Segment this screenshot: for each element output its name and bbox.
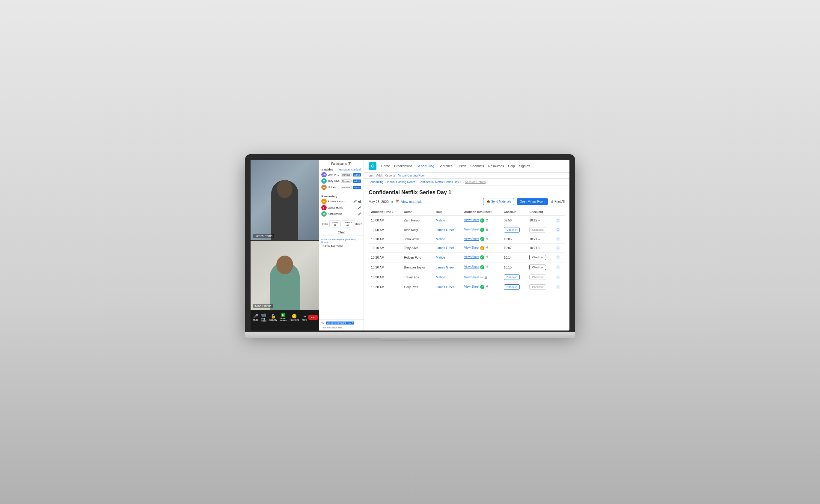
breadcrumb-session[interactable]: Session Details	[465, 180, 486, 184]
stop-video-button[interactable]: 📹 Stop Video	[260, 312, 268, 323]
reactions-button[interactable]: 😊 Reactions	[288, 313, 300, 322]
print-icon-gary[interactable]: 🖨	[485, 285, 489, 288]
remove-holden-button[interactable]: Remove	[341, 186, 352, 189]
role-link-trevar[interactable]: Matice	[436, 275, 445, 279]
in-meeting-header-row: 3 In-meeting	[321, 195, 361, 198]
remove-tony-button[interactable]: Remove	[341, 179, 352, 183]
checkout-alan: Checkout	[527, 225, 554, 235]
more-dropdown[interactable]: More ▾	[355, 223, 362, 225]
green-icon-gary[interactable]: ✓	[480, 285, 484, 289]
info-icon-brendan[interactable]: ⓘ	[556, 265, 560, 269]
edit-icon-john[interactable]: ✏	[538, 238, 541, 241]
print-icon-alan[interactable]: 🖨	[485, 227, 489, 231]
role-link-holden[interactable]: Matice	[436, 256, 445, 259]
green-icon-holden[interactable]: ✓	[480, 255, 484, 259]
view-sheet-alan[interactable]: View Sheet	[464, 228, 479, 231]
breadcrumb-virtual[interactable]: Virtual Casting Room	[387, 180, 415, 184]
share-screen-button[interactable]: ▶ Share Screen	[279, 312, 288, 322]
view-sheet-zahf[interactable]: View Sheet	[464, 218, 479, 222]
view-sheet-tony[interactable]: View Sheet	[464, 246, 479, 249]
mute-all-button[interactable]: Mute All	[329, 220, 340, 227]
view-sheet-trevar[interactable]: View Sheet	[464, 276, 479, 279]
nav-breakdowns[interactable]: Breakdowns	[394, 164, 412, 168]
print-icon-zahf[interactable]: 🖨	[485, 218, 489, 222]
view-materials-link[interactable]: 🚩 View materials	[396, 200, 422, 203]
remove-john-button[interactable]: Remove	[341, 173, 352, 176]
print-icon-trevar[interactable]: 🖨	[484, 275, 487, 279]
role-link-tony[interactable]: James Greer	[436, 246, 454, 250]
end-call-button[interactable]: End	[308, 315, 318, 320]
subnav-reports[interactable]: Reports	[385, 174, 395, 177]
actor-holden: Holden Ford	[402, 252, 433, 262]
security-button[interactable]: 🔒 Security	[268, 313, 278, 322]
info-icon-holden[interactable]: ⓘ	[556, 255, 560, 259]
subnav-virtual-casting-room[interactable]: Virtual Casting Room	[398, 174, 426, 177]
mute-button[interactable]: 🎤 Mute	[252, 313, 259, 322]
checkout-button-brendan[interactable]: Checkout	[529, 265, 546, 270]
subnav-list[interactable]: List	[369, 174, 373, 177]
role-link-gary[interactable]: James Greer	[436, 285, 454, 289]
view-sheet-brendan[interactable]: View Sheet	[464, 265, 479, 268]
warning-icon-tony[interactable]: ⚠	[480, 246, 484, 250]
send-materials-button[interactable]: 📤 Send Materials	[483, 198, 515, 205]
role-link-brendan[interactable]: James Greer	[436, 265, 454, 269]
print-icon-tony[interactable]: 🖨	[485, 246, 489, 249]
nav-signoff[interactable]: Sign off	[519, 164, 530, 168]
info-icon-alan[interactable]: ⓘ	[556, 228, 560, 232]
checkin-button-alan[interactable]: Check-in	[504, 227, 520, 233]
to-badge[interactable]: Everyone (In Waiting Ro... ▾	[326, 322, 354, 325]
action-trevar: ⓘ	[554, 272, 565, 282]
nav-epitch[interactable]: EPitch	[457, 164, 466, 168]
print-icon-john[interactable]: 🖨	[485, 237, 489, 241]
role-link-zahf[interactable]: Matice	[436, 218, 445, 222]
checkout-button-alan[interactable]: Checkout	[529, 227, 546, 233]
checkout-button-trevar[interactable]: Checkout	[529, 274, 546, 280]
unmute-all-button[interactable]: Unmute All	[341, 220, 355, 227]
nav-help[interactable]: Help	[508, 164, 515, 168]
green-icon-alan[interactable]: ✓	[480, 228, 484, 232]
role-link-alan[interactable]: James Greer	[436, 228, 454, 232]
checkout-button-gary[interactable]: Checkout	[529, 284, 546, 290]
more-button[interactable]: ··· More	[301, 313, 308, 322]
info-icon-gary[interactable]: ⓘ	[556, 285, 560, 289]
col-audition-time[interactable]: Audition Time ▾	[369, 209, 402, 216]
info-icon-tony[interactable]: ⓘ	[556, 246, 560, 250]
admit-all-link[interactable]: Admit all	[351, 168, 361, 171]
green-icon-zahf[interactable]: ✓	[480, 218, 484, 223]
info-icon-zahf[interactable]: ⓘ	[556, 218, 560, 223]
open-virtual-room-button[interactable]: Open Virtual Room	[517, 198, 548, 205]
nav-scheduling[interactable]: Scheduling	[417, 164, 434, 168]
print-icon-holden[interactable]: 🖨	[485, 255, 489, 259]
nav-shortlists[interactable]: Shortlists	[470, 164, 484, 168]
green-icon-john[interactable]: ✓	[480, 237, 484, 241]
in-meeting-person-allan: AS Allan Smithe 🎤	[321, 211, 361, 217]
view-sheet-john[interactable]: View Sheet	[464, 237, 479, 241]
edit-icon-zahf[interactable]: ✏	[538, 219, 541, 222]
checkin-button-trevar[interactable]: Check-in	[504, 274, 520, 280]
options-icon[interactable]: ···	[355, 321, 358, 325]
admit-john-button[interactable]: Admit	[353, 173, 361, 176]
message-link[interactable]: Message	[339, 168, 350, 171]
print-button[interactable]: 🖨 Print All	[551, 200, 565, 203]
checkout-button-holden[interactable]: Checkout	[529, 255, 546, 260]
role-link-john[interactable]: Matice	[436, 237, 445, 241]
admit-tony-button[interactable]: Admit	[353, 179, 361, 183]
chat-section: Chat From Me to Everyone (in Waiting Roo…	[319, 229, 364, 331]
breadcrumb-scheduling[interactable]: Scheduling	[369, 180, 383, 184]
chat-input-field[interactable]	[321, 326, 361, 329]
nav-resources[interactable]: Resources	[488, 164, 504, 168]
nav-searches[interactable]: Searches	[438, 164, 452, 168]
print-icon-brendan[interactable]: 🖨	[485, 265, 489, 268]
invite-button[interactable]: Invite	[321, 222, 329, 226]
subnav-add[interactable]: Add	[376, 174, 382, 177]
nav-home[interactable]: Home	[381, 164, 390, 168]
breadcrumb-series[interactable]: Confidential Netflix Series Day 1	[418, 180, 461, 184]
checkin-button-gary[interactable]: Check-in	[504, 284, 520, 290]
admit-holden-button[interactable]: Admit	[353, 186, 361, 189]
view-sheet-holden[interactable]: View Sheet	[464, 255, 479, 259]
green-icon-brendan[interactable]: ✓	[480, 265, 484, 269]
info-icon-trevar[interactable]: ⓘ	[556, 275, 560, 279]
edit-icon-tony[interactable]: ✏	[538, 247, 541, 250]
view-sheet-gary[interactable]: View Sheet	[464, 285, 479, 288]
info-icon-john[interactable]: ⓘ	[556, 237, 560, 241]
